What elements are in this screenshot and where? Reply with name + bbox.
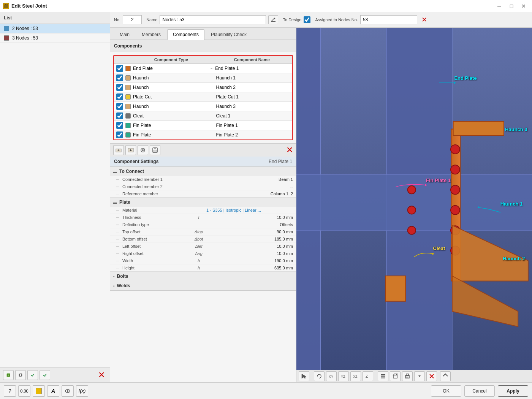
table-row[interactable]: Haunch Haunch 2: [114, 83, 292, 92]
close-button[interactable]: ✕: [518, 2, 529, 10]
check-button[interactable]: [27, 370, 38, 380]
print-dropdown-button[interactable]: [414, 371, 425, 381]
help-button[interactable]: ?: [4, 385, 16, 397]
comp-type-1: Haunch: [133, 75, 207, 81]
plate-label: Plate: [119, 200, 130, 205]
to-design-label: To Design: [283, 17, 301, 22]
copy-joint-icon: [19, 372, 22, 378]
check2-button[interactable]: [40, 370, 50, 380]
close-view-button[interactable]: [426, 371, 437, 381]
to-connect-group: ▬ To Connect ─ Connected member 1 Beam 1…: [110, 167, 296, 198]
comp-checkbox-5[interactable]: [116, 112, 123, 119]
welds-section[interactable]: ▪ Welds: [110, 281, 296, 291]
comp-name-2: Haunch 2: [216, 85, 290, 90]
print-button[interactable]: [402, 371, 413, 381]
bottom-left-buttons: ? 0.00 A f(x): [4, 385, 88, 397]
setting-symbol: Δbot: [191, 237, 206, 241]
ok-button[interactable]: OK: [431, 385, 461, 397]
apply-button[interactable]: Apply: [498, 385, 528, 397]
setting-value[interactable]: 1 - S355 | Isotropic | Linear ...: [206, 208, 296, 212]
setting-value: Beam 1: [206, 177, 296, 182]
components-table-header: Component Type Component Name: [114, 56, 292, 64]
svg-text:+: +: [117, 148, 120, 152]
rotate-view-button[interactable]: [314, 371, 325, 381]
table-row[interactable]: Haunch Haunch 3: [114, 102, 292, 111]
comp-name-3: Plate Cut 1: [216, 94, 290, 100]
table-row[interactable]: Haunch Haunch 1: [114, 73, 292, 83]
table-row[interactable]: End Plate ··· End Plate 1: [114, 64, 292, 73]
tab-components[interactable]: Components: [167, 29, 204, 40]
view-layer-button[interactable]: [378, 371, 388, 381]
plate-row: ─ Thickness t 10.0 mm: [110, 214, 296, 221]
tab-main[interactable]: Main: [114, 29, 135, 40]
to-design-checkbox[interactable]: [304, 16, 310, 23]
component-settings-button[interactable]: [138, 145, 148, 155]
clear-assigned-button[interactable]: ✕: [420, 15, 429, 24]
plate-header[interactable]: ▬ Plate: [110, 198, 296, 207]
setting-value: 190.0 mm: [206, 258, 296, 263]
table-row[interactable]: Fin Plate Fin Plate 2: [114, 130, 292, 139]
print-icon: [404, 373, 410, 379]
text-button[interactable]: A: [47, 385, 59, 397]
x-icon: [429, 373, 435, 379]
dash: ─: [116, 266, 121, 270]
table-row[interactable]: Plate Cut Plate Cut 1: [114, 92, 292, 102]
comp-checkbox-7[interactable]: [116, 131, 123, 138]
color-button[interactable]: [33, 385, 45, 397]
comp-type-7: Fin Plate: [133, 132, 207, 138]
setting-value: 635.0 mm: [206, 266, 296, 270]
tab-members[interactable]: Members: [136, 29, 166, 40]
view-yz-button[interactable]: YZ: [338, 371, 349, 381]
tab-plausibility[interactable]: Plausibility Check: [205, 29, 252, 40]
setting-value: 10.0 mm: [206, 215, 296, 220]
bolts-section[interactable]: ▪ Bolts: [110, 272, 296, 281]
comp-name-7: Fin Plate 2: [216, 132, 290, 138]
list-item[interactable]: 3 Nodes : 53: [0, 33, 110, 43]
comp-checkbox-4[interactable]: [116, 103, 123, 110]
view-box-button[interactable]: [390, 371, 401, 381]
comp-checkbox-6[interactable]: [116, 122, 123, 129]
add-component2-button[interactable]: [125, 145, 136, 155]
table-row[interactable]: Cleat Cleat 1: [114, 111, 292, 121]
delete-joint-button[interactable]: ✕: [96, 370, 107, 380]
setting-symbol: Δrig: [191, 251, 206, 256]
expand-view-button[interactable]: [440, 371, 451, 381]
dash: ─: [116, 259, 121, 263]
cancel-button[interactable]: Cancel: [464, 385, 495, 397]
view-z-button[interactable]: Z: [363, 371, 373, 381]
name-input[interactable]: [160, 15, 266, 24]
name-edit-button[interactable]: [268, 15, 278, 24]
name-group: Name: [146, 15, 278, 24]
component-settings-header: Component Settings End Plate 1: [110, 157, 296, 167]
box-icon: [392, 373, 398, 379]
table-row[interactable]: Fin Plate Fin Plate 1: [114, 121, 292, 130]
add-component-button[interactable]: +: [113, 145, 124, 155]
plate-row: ─ Material 1 - S355 | Isotropic | Linear…: [110, 207, 296, 214]
view-xy-button[interactable]: XY: [326, 371, 337, 381]
plate-row: ─ Definition type Offsets: [110, 221, 296, 228]
minimize-button[interactable]: ─: [494, 2, 505, 10]
setting-symbol: h: [191, 266, 206, 270]
comp-checkbox-2[interactable]: [116, 84, 123, 91]
comp-checkbox-1[interactable]: [116, 74, 123, 81]
new-joint-button[interactable]: +: [3, 370, 14, 380]
settings-panel: Main Members Components Plausibility Che…: [110, 28, 296, 382]
copy-joint-button[interactable]: [15, 370, 26, 380]
formula-button[interactable]: f(x): [76, 385, 88, 397]
assigned-input[interactable]: [360, 15, 417, 24]
comp-name-4: Haunch 3: [216, 104, 290, 109]
view-xz-button[interactable]: XZ: [350, 371, 361, 381]
to-connect-header[interactable]: ▬ To Connect: [110, 167, 296, 176]
zero-button[interactable]: 0.00: [18, 385, 30, 397]
view-button[interactable]: [62, 385, 74, 397]
maximize-button[interactable]: □: [506, 2, 517, 10]
select-view-button[interactable]: [299, 371, 309, 381]
layers-icon: [380, 373, 386, 379]
list-item[interactable]: 2 Nodes : 53: [0, 24, 110, 33]
comp-checkbox-3[interactable]: [116, 93, 123, 100]
no-input[interactable]: [123, 15, 142, 24]
plate-row: ─ Bottom offset Δbot 185.0 mm: [110, 236, 296, 243]
delete-component-button[interactable]: ✕: [286, 145, 293, 155]
save-component-button[interactable]: [150, 145, 160, 155]
comp-checkbox-0[interactable]: [116, 65, 123, 72]
